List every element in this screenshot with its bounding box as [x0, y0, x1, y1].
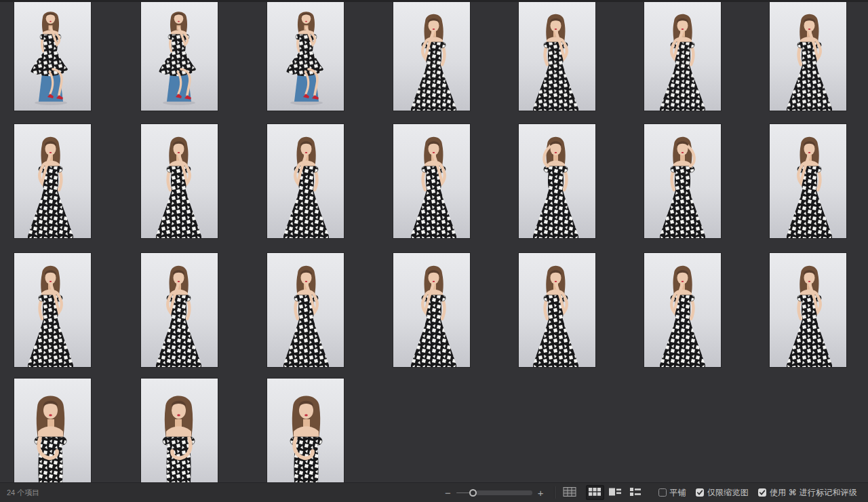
photo-thumbnail[interactable]: [141, 2, 218, 111]
thumbnail-size-slider[interactable]: [456, 487, 532, 498]
zoom-in-button[interactable]: +: [535, 488, 547, 498]
photo-thumbnail[interactable]: [519, 124, 595, 238]
photo-thumbnail[interactable]: [770, 253, 846, 367]
toolbar-separator: [554, 486, 555, 499]
photo-thumbnail[interactable]: [770, 2, 846, 111]
photo-thumbnail[interactable]: [644, 253, 721, 367]
photo-thumbnail[interactable]: [267, 253, 344, 367]
view-content-as-list-button[interactable]: [627, 485, 645, 500]
photo-thumbnail[interactable]: [519, 253, 595, 367]
photo-thumbnail[interactable]: [393, 124, 470, 238]
photo-thumbnail[interactable]: [14, 124, 91, 238]
content-area: [0, 0, 868, 482]
photo-thumbnail[interactable]: [770, 124, 846, 238]
slider-track-remainder[interactable]: [476, 490, 532, 495]
view-option-checkboxes: 平铺仅限缩览图使用 ⌘ 进行标记和评级: [658, 487, 857, 499]
checkbox-option[interactable]: 使用 ⌘ 进行标记和评级: [758, 487, 857, 499]
window-top-edge: [0, 0, 868, 2]
checked-checkbox-icon[interactable]: [758, 488, 766, 497]
photo-thumbnail[interactable]: [644, 2, 721, 111]
grid-filled-icon: [588, 486, 601, 499]
view-content-as-thumbnails-button[interactable]: [586, 485, 604, 500]
photo-thumbnail[interactable]: [141, 379, 218, 482]
slider-handle[interactable]: [469, 489, 477, 497]
unchecked-checkbox-icon[interactable]: [658, 488, 667, 497]
lock-thumbnail-grid-button[interactable]: [561, 485, 579, 500]
checkbox-label: 平铺: [670, 487, 686, 499]
photo-thumbnail[interactable]: [644, 124, 721, 238]
checked-checkbox-icon[interactable]: [696, 488, 704, 497]
photo-thumbnail[interactable]: [267, 2, 344, 111]
checkbox-label: 使用 ⌘ 进行标记和评级: [770, 487, 857, 499]
item-count-label: 24 个项目: [0, 488, 39, 498]
photo-browser-window: 24 个项目 − + 平铺仅限缩览图使用 ⌘ 进行标记和评级: [0, 0, 868, 502]
checkbox-option[interactable]: 平铺: [658, 487, 686, 499]
photo-thumbnail[interactable]: [14, 379, 91, 482]
photo-thumbnail[interactable]: [519, 2, 595, 111]
grid-outline-icon: [563, 486, 576, 499]
photo-thumbnail[interactable]: [14, 2, 91, 111]
photo-thumbnail[interactable]: [141, 253, 218, 367]
photo-thumbnail[interactable]: [267, 379, 344, 482]
photo-thumbnail[interactable]: [14, 253, 91, 367]
status-bar: 24 个项目 − + 平铺仅限缩览图使用 ⌘ 进行标记和评级: [0, 482, 868, 502]
view-mode-buttons: [561, 485, 645, 500]
checkbox-option[interactable]: 仅限缩览图: [696, 487, 749, 499]
checkbox-label: 仅限缩览图: [707, 487, 749, 499]
list-view-icon: [629, 486, 642, 499]
photo-thumbnail[interactable]: [393, 253, 470, 367]
photo-thumbnail[interactable]: [141, 124, 218, 238]
zoom-out-button[interactable]: −: [442, 488, 454, 498]
photo-thumbnail[interactable]: [393, 2, 470, 111]
view-content-as-details-button[interactable]: [606, 485, 625, 500]
thumbnail-size-controls: − +: [442, 487, 547, 498]
photo-thumbnail[interactable]: [267, 124, 344, 238]
details-view-icon: [608, 486, 622, 499]
